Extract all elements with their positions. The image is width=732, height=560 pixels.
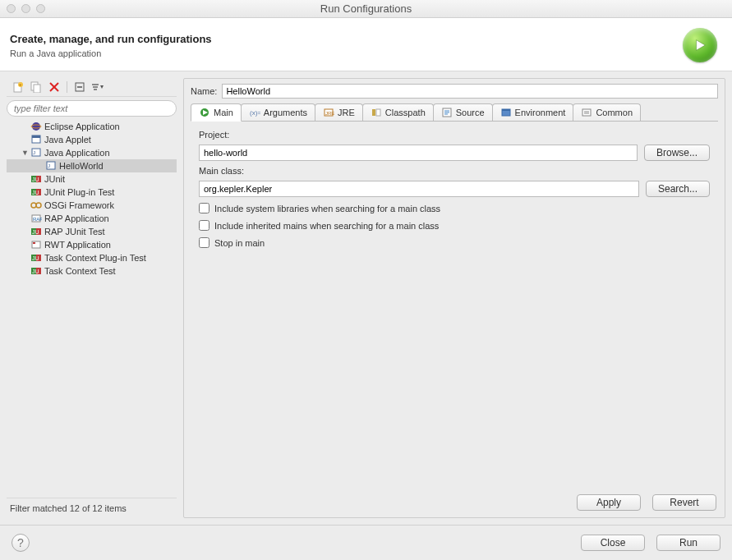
- window-title: Run Configurations: [0, 2, 732, 15]
- window-zoom-button[interactable]: [36, 4, 45, 13]
- tab-source[interactable]: Source: [433, 103, 493, 121]
- header-title: Create, manage, and run configurations: [10, 33, 212, 45]
- stop-in-main-label: Stop in main: [214, 238, 265, 248]
- header-subtitle: Run a Java application: [10, 48, 212, 58]
- filter-dropdown-button[interactable]: [90, 80, 106, 94]
- tree-item[interactable]: JURAP JUnit Test: [7, 225, 177, 238]
- delete-config-button[interactable]: [46, 80, 62, 94]
- tree-item-label: HelloWorld: [59, 161, 104, 171]
- window-minimize-button[interactable]: [21, 4, 30, 13]
- env-icon: [500, 107, 512, 118]
- include-syslib-checkbox[interactable]: [199, 203, 209, 213]
- svg-text:J: J: [48, 163, 50, 168]
- tab-jre[interactable]: JREJRE: [315, 103, 363, 121]
- dialog-footer: ? Close Run: [0, 525, 732, 560]
- svg-text:JU: JU: [32, 229, 39, 235]
- main-icon: [199, 107, 210, 118]
- revert-button[interactable]: Revert: [652, 494, 716, 511]
- tree-item-label: Java Application: [44, 148, 110, 158]
- titlebar: Run Configurations: [0, 0, 732, 18]
- junit-icon: JU: [30, 252, 43, 264]
- svg-rect-56: [582, 109, 591, 116]
- mainclass-input[interactable]: [199, 181, 639, 197]
- tree-item[interactable]: JUJUnit: [7, 172, 177, 186]
- window-close-button[interactable]: [7, 4, 16, 13]
- tree-item[interactable]: Eclipse Application: [7, 120, 177, 133]
- classpath-icon: [371, 107, 382, 118]
- tree-item-label: RAP Application: [44, 213, 109, 223]
- duplicate-config-button[interactable]: [28, 80, 44, 94]
- stop-in-main-checkbox[interactable]: [199, 237, 209, 248]
- tree-item-label: JUnit Plug-in Test: [44, 187, 114, 197]
- run-button[interactable]: Run: [656, 535, 720, 551]
- tab-environment[interactable]: Environment: [492, 103, 574, 121]
- java-icon: J: [30, 147, 43, 158]
- tab-main[interactable]: Main: [191, 103, 242, 122]
- svg-text:JU: JU: [32, 269, 39, 274]
- tab-label: Environment: [515, 108, 566, 117]
- junit-icon: JU: [30, 265, 43, 277]
- dialog-header: Create, manage, and run configurations R…: [0, 18, 732, 71]
- tree-item[interactable]: ▼JJava Application: [7, 146, 177, 159]
- java-icon: J: [44, 160, 58, 172]
- tree-item[interactable]: JUTask Context Test: [7, 264, 177, 278]
- tab-bar: Main(x)=ArgumentsJREJREClasspathSourceEn…: [184, 103, 725, 121]
- include-inherited-checkbox[interactable]: [199, 220, 209, 231]
- tree-item[interactable]: JHelloWorld: [7, 159, 177, 172]
- junit-icon: JU: [30, 226, 43, 237]
- tree-item[interactable]: Java Applet: [7, 133, 177, 146]
- config-toolbar: +: [7, 78, 177, 97]
- search-button[interactable]: Search...: [646, 181, 710, 197]
- name-label: Name:: [191, 86, 217, 96]
- junit-icon: JU: [30, 186, 43, 198]
- svg-point-28: [31, 203, 36, 208]
- tree-item-label: Eclipse Application: [44, 122, 120, 131]
- svg-text:(x)=: (x)=: [250, 109, 260, 117]
- tab-common[interactable]: Common: [573, 103, 641, 121]
- stop-in-main-row[interactable]: Stop in main: [199, 236, 710, 249]
- new-config-button[interactable]: +: [10, 80, 26, 94]
- name-input[interactable]: [222, 84, 718, 99]
- junit-icon: JU: [30, 173, 43, 185]
- config-tree[interactable]: Eclipse ApplicationJava Applet▼JJava App…: [7, 120, 177, 498]
- rap-icon: RAP: [30, 213, 43, 224]
- right-panel: Name: Main(x)=ArgumentsJREJREClasspathSo…: [183, 78, 725, 518]
- svg-point-14: [32, 122, 40, 131]
- args-icon: (x)=: [249, 107, 260, 118]
- apply-button[interactable]: Apply: [577, 494, 641, 511]
- tab-label: Arguments: [264, 108, 307, 117]
- applet-icon: [30, 134, 43, 145]
- tree-item[interactable]: JUTask Context Plug-in Test: [7, 251, 177, 264]
- tree-item[interactable]: OSGi Framework: [7, 199, 177, 212]
- svg-rect-11: [93, 86, 98, 88]
- svg-marker-0: [697, 40, 706, 51]
- include-inherited-row[interactable]: Include inherited mains when searching f…: [199, 219, 710, 232]
- tab-label: JRE: [338, 108, 355, 117]
- tree-item[interactable]: RWT Application: [7, 238, 177, 251]
- tree-item[interactable]: JUJUnit Plug-in Test: [7, 186, 177, 199]
- project-input[interactable]: [199, 145, 638, 161]
- tab-main-body: Project: Browse... Main class: Search...…: [191, 121, 718, 488]
- tab-label: Classpath: [385, 108, 426, 117]
- rwt-icon: [30, 239, 43, 250]
- include-syslib-row[interactable]: Include system libraries when searching …: [199, 202, 710, 214]
- collapse-all-button[interactable]: [71, 80, 88, 94]
- tab-arguments[interactable]: (x)=Arguments: [241, 103, 315, 121]
- svg-rect-55: [502, 109, 510, 111]
- filter-input[interactable]: [7, 100, 177, 117]
- svg-rect-49: [376, 109, 380, 116]
- browse-button[interactable]: Browse...: [644, 145, 710, 161]
- svg-text:JU: JU: [32, 190, 39, 195]
- project-label: Project:: [199, 130, 710, 140]
- svg-text:J: J: [33, 150, 35, 155]
- close-button[interactable]: Close: [581, 535, 645, 551]
- jre-icon: JRE: [323, 107, 334, 118]
- svg-text:JU: JU: [32, 177, 39, 182]
- tree-item-label: OSGi Framework: [44, 200, 114, 210]
- filter-status: Filter matched 12 of 12 items: [7, 498, 177, 518]
- mainclass-label: Main class:: [199, 166, 710, 176]
- tree-item-label: JUnit: [44, 174, 65, 184]
- help-button[interactable]: ?: [12, 534, 30, 552]
- tree-item[interactable]: RAPRAP Application: [7, 212, 177, 225]
- tab-classpath[interactable]: Classpath: [362, 103, 434, 121]
